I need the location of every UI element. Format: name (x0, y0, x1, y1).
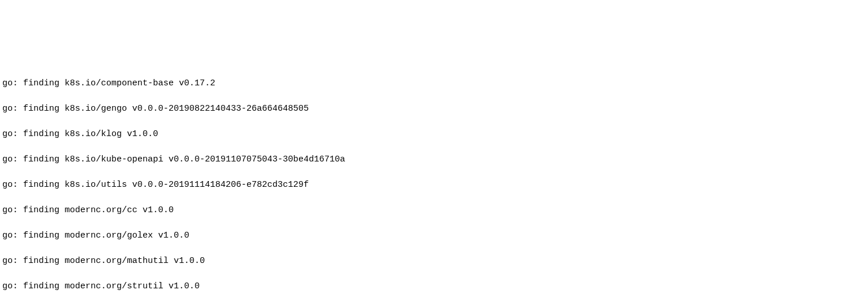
log-line: go: finding modernc.org/cc v1.0.0 (2, 204, 866, 217)
log-line: go: finding k8s.io/component-base v0.17.… (2, 77, 866, 90)
log-line: go: finding k8s.io/kube-openapi v0.0.0-2… (2, 153, 866, 166)
log-line: go: finding modernc.org/golex v1.0.0 (2, 229, 866, 242)
log-line: go: finding k8s.io/klog v1.0.0 (2, 128, 866, 141)
log-line: go: finding k8s.io/gengo v0.0.0-20190822… (2, 103, 866, 115)
log-line: go: finding k8s.io/utils v0.0.0-20191114… (2, 179, 866, 191)
terminal-output: go: finding k8s.io/component-base v0.17.… (0, 63, 868, 301)
log-line: go: finding modernc.org/mathutil v1.0.0 (2, 255, 866, 268)
log-line: go: finding modernc.org/strutil v1.0.0 (2, 280, 866, 293)
